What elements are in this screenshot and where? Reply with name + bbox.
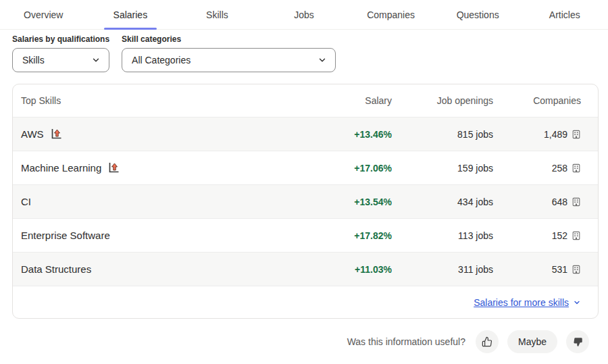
tab-questions[interactable]: Questions bbox=[434, 0, 522, 29]
filter-qualifications: Salaries by qualifications Skills bbox=[12, 34, 109, 72]
active-tab-underline bbox=[104, 28, 157, 30]
skill-name: Machine Learning bbox=[21, 162, 101, 174]
filter-categories: Skill categories All Categories bbox=[122, 34, 336, 72]
qualifications-selected-value: Skills bbox=[22, 55, 45, 66]
feedback-bar: Was this information useful? Maybe bbox=[0, 330, 589, 353]
job-openings-count: 113 jobs bbox=[392, 230, 493, 241]
qualifications-select[interactable]: Skills bbox=[12, 48, 109, 72]
building-icon bbox=[572, 197, 581, 207]
filters-row: Salaries by qualifications Skills Skill … bbox=[12, 34, 596, 72]
qualifications-label: Salaries by qualifications bbox=[12, 34, 109, 44]
skill-name: AWS bbox=[21, 128, 44, 140]
table-header-row: Top Skills Salary Job openings Companies bbox=[13, 84, 598, 117]
skill-name: Data Structures bbox=[21, 263, 91, 275]
companies-count: 531 bbox=[552, 264, 567, 275]
skill-name: Enterprise Software bbox=[21, 230, 110, 241]
table-row[interactable]: Data Structures +11.03% 311 jobs 531 bbox=[13, 252, 598, 286]
companies-count: 258 bbox=[552, 163, 567, 174]
job-openings-count: 311 jobs bbox=[392, 264, 493, 275]
chevron-down-icon bbox=[318, 55, 327, 65]
tab-label: Companies bbox=[367, 9, 415, 20]
tab-skills[interactable]: Skills bbox=[174, 0, 261, 29]
tab-label: Articles bbox=[549, 9, 580, 20]
top-skills-card: Top Skills Salary Job openings Companies… bbox=[12, 84, 599, 319]
header-top-skills: Top Skills bbox=[21, 95, 311, 106]
categories-label: Skill categories bbox=[122, 34, 336, 44]
companies-count: 648 bbox=[552, 197, 567, 207]
table-row[interactable]: CI +13.54% 434 jobs 648 bbox=[13, 184, 598, 218]
tab-label: Overview bbox=[24, 9, 63, 20]
header-companies: Companies bbox=[493, 95, 581, 106]
building-icon bbox=[572, 163, 581, 173]
job-openings-count: 815 jobs bbox=[392, 129, 493, 140]
trending-up-icon bbox=[50, 128, 63, 140]
thumbs-up-button[interactable] bbox=[476, 330, 499, 353]
categories-select[interactable]: All Categories bbox=[122, 48, 336, 72]
table-footer: Salaries for more skills bbox=[13, 286, 598, 318]
tab-articles[interactable]: Articles bbox=[521, 0, 608, 29]
salary-change: +13.54% bbox=[311, 197, 392, 207]
header-job-openings: Job openings bbox=[392, 95, 493, 106]
skill-name: CI bbox=[21, 196, 31, 207]
tab-label: Skills bbox=[206, 9, 228, 20]
salary-change: +13.46% bbox=[311, 129, 392, 140]
more-skills-link-label: Salaries for more skills bbox=[474, 297, 569, 308]
thumbs-down-icon bbox=[573, 337, 583, 347]
building-icon bbox=[572, 130, 581, 139]
feedback-question: Was this information useful? bbox=[347, 336, 465, 347]
tab-label: Jobs bbox=[294, 9, 314, 20]
tab-bar: Overview Salaries Skills Jobs Companies … bbox=[0, 0, 608, 30]
table-row[interactable]: Enterprise Software +17.82% 113 jobs 152 bbox=[13, 218, 598, 252]
salary-change: +17.06% bbox=[311, 163, 392, 174]
job-openings-count: 434 jobs bbox=[392, 197, 493, 207]
tab-salaries[interactable]: Salaries bbox=[87, 0, 174, 29]
companies-count: 1,489 bbox=[544, 129, 567, 140]
table-body: AWS +13.46% 815 jobs 1,489 Mach bbox=[13, 117, 598, 286]
companies-count: 152 bbox=[552, 230, 567, 241]
table-row[interactable]: Machine Learning +17.06% 159 jobs 258 bbox=[13, 151, 598, 184]
table-row[interactable]: AWS +13.46% 815 jobs 1,489 bbox=[13, 117, 598, 151]
building-icon bbox=[572, 265, 581, 274]
trending-up-icon bbox=[107, 161, 120, 174]
categories-selected-value: All Categories bbox=[132, 55, 191, 66]
tab-companies[interactable]: Companies bbox=[347, 0, 434, 29]
header-salary: Salary bbox=[311, 95, 392, 106]
tab-overview[interactable]: Overview bbox=[0, 0, 87, 29]
building-icon bbox=[572, 231, 581, 240]
tab-label: Salaries bbox=[113, 9, 148, 20]
tab-jobs[interactable]: Jobs bbox=[261, 0, 348, 29]
thumbs-up-icon bbox=[482, 336, 492, 347]
thumbs-down-button[interactable] bbox=[566, 330, 589, 353]
maybe-button[interactable]: Maybe bbox=[507, 330, 557, 353]
tab-label: Questions bbox=[457, 9, 499, 20]
job-openings-count: 159 jobs bbox=[392, 163, 493, 174]
chevron-down-icon bbox=[573, 298, 581, 307]
salary-change: +11.03% bbox=[311, 264, 392, 275]
chevron-down-icon bbox=[91, 55, 101, 65]
salaries-for-more-skills-link[interactable]: Salaries for more skills bbox=[474, 297, 581, 308]
salary-change: +17.82% bbox=[311, 230, 392, 241]
